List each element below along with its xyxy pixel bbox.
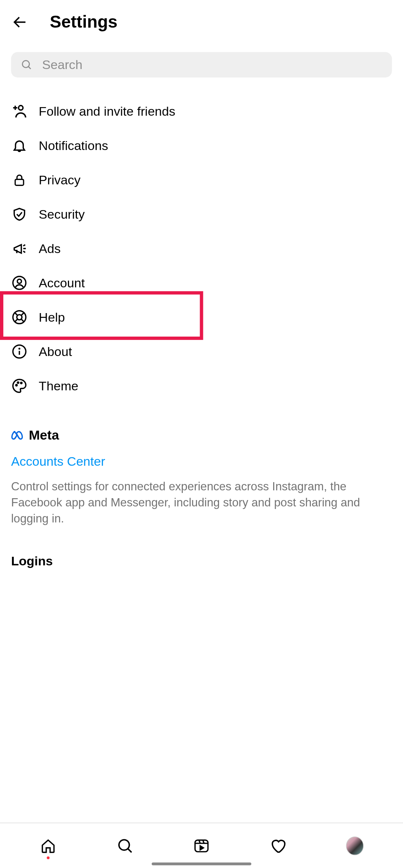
menu-label: Notifications: [39, 138, 108, 153]
svg-line-16: [15, 319, 18, 322]
back-button[interactable]: [11, 13, 29, 31]
menu-label: Follow and invite friends: [39, 104, 175, 119]
search-icon: [21, 59, 32, 71]
menu-label: Security: [39, 207, 85, 222]
arrow-left-icon: [12, 14, 28, 31]
info-icon: [11, 343, 28, 360]
svg-line-25: [128, 849, 131, 852]
lifebuoy-icon: [11, 309, 28, 326]
meta-section: Meta Accounts Center Control settings fo…: [0, 427, 403, 527]
page-title: Settings: [50, 12, 118, 32]
svg-line-9: [23, 251, 25, 252]
menu-item-ads[interactable]: Ads: [0, 231, 403, 266]
meta-label: Meta: [29, 427, 59, 443]
menu-item-help[interactable]: Help: [0, 300, 403, 334]
svg-marker-30: [200, 846, 203, 849]
svg-point-11: [17, 279, 21, 283]
meta-description: Control settings for connected experienc…: [11, 479, 392, 527]
svg-point-23: [21, 382, 22, 383]
menu-label: Account: [39, 275, 85, 290]
menu-label: About: [39, 344, 72, 359]
accounts-center-link[interactable]: Accounts Center: [11, 454, 392, 469]
megaphone-icon: [11, 240, 28, 257]
nav-profile[interactable]: [346, 837, 363, 854]
menu-item-follow-invite[interactable]: Follow and invite friends: [0, 94, 403, 128]
home-indicator: [151, 862, 251, 865]
search-container: Search: [0, 52, 403, 77]
heart-icon: [270, 837, 287, 854]
notification-dot: [47, 856, 50, 859]
svg-line-14: [15, 313, 18, 315]
menu-item-security[interactable]: Security: [0, 197, 403, 231]
menu-label: Theme: [39, 378, 78, 393]
search-input[interactable]: Search: [11, 52, 392, 77]
menu-label: Help: [39, 310, 65, 325]
palette-icon: [11, 378, 28, 394]
svg-line-7: [23, 245, 25, 246]
svg-rect-6: [15, 179, 24, 185]
home-icon: [41, 838, 56, 853]
menu-item-about[interactable]: About: [0, 334, 403, 369]
menu-item-theme[interactable]: Theme: [0, 369, 403, 403]
bottom-nav: [0, 822, 403, 868]
svg-line-2: [28, 67, 31, 69]
menu-label: Ads: [39, 241, 61, 256]
menu-label: Privacy: [39, 172, 81, 187]
search-placeholder: Search: [42, 57, 82, 72]
svg-point-22: [18, 382, 19, 383]
add-person-icon: [11, 103, 28, 120]
nav-home[interactable]: [40, 837, 57, 854]
svg-point-20: [19, 348, 20, 349]
svg-line-15: [21, 313, 24, 315]
meta-icon: [11, 430, 27, 441]
svg-point-13: [17, 315, 22, 320]
nav-reels[interactable]: [193, 837, 210, 854]
nav-search[interactable]: [116, 837, 134, 854]
menu-item-account[interactable]: Account: [0, 266, 403, 300]
nav-activity[interactable]: [269, 837, 287, 854]
account-icon: [11, 275, 28, 291]
svg-point-12: [13, 311, 26, 324]
reels-icon: [194, 838, 209, 853]
meta-brand: Meta: [11, 427, 392, 443]
shield-icon: [11, 206, 28, 223]
svg-line-17: [21, 319, 24, 322]
search-icon: [117, 838, 133, 853]
avatar: [346, 836, 363, 855]
svg-point-21: [16, 385, 17, 386]
svg-rect-26: [195, 840, 208, 851]
settings-menu: Follow and invite friends Notifications …: [0, 94, 403, 403]
svg-point-3: [19, 106, 23, 110]
header: Settings: [0, 0, 403, 42]
logins-heading: Logins: [0, 553, 403, 568]
menu-item-notifications[interactable]: Notifications: [0, 128, 403, 163]
menu-item-privacy[interactable]: Privacy: [0, 163, 403, 197]
svg-point-24: [119, 840, 129, 850]
bell-icon: [11, 137, 28, 154]
lock-icon: [11, 172, 28, 188]
svg-point-1: [22, 60, 29, 68]
